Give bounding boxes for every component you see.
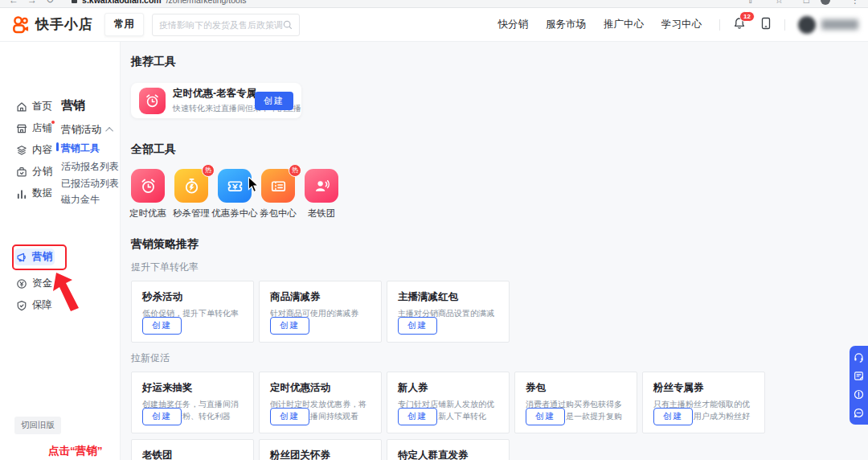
- strategy-card: 券包 消费者通过购买券包获得多张优惠券，是一款提升复购率和GMV的营销工具 创建: [514, 372, 637, 433]
- recommended-tool-name: 定时优惠-老客专属: [173, 87, 255, 101]
- annotation-arrow: [51, 273, 85, 313]
- nav-promotion-center[interactable]: 推广中心: [604, 18, 644, 31]
- floating-service-bar: [850, 346, 868, 425]
- strategy-card: 粉丝团关怀券 粉丝团成员的专属优惠券 创建: [259, 439, 382, 460]
- active-indicator-bar: [56, 142, 59, 151]
- browser-share-icon[interactable]: ⇧: [747, 0, 755, 6]
- submenu-item-activity-signup[interactable]: 活动报名列表: [61, 160, 119, 174]
- section-title-recommended: 推荐工具: [131, 55, 868, 69]
- section-title-strategy: 营销策略推荐: [131, 237, 868, 252]
- nav-service-market[interactable]: 服务市场: [546, 18, 586, 31]
- mobile-app-button[interactable]: [760, 17, 772, 33]
- marketing-icon: [16, 252, 27, 263]
- divider: [719, 19, 720, 31]
- sidebar-item-label: 分销: [32, 165, 52, 179]
- account-name-blurred[interactable]: [821, 19, 858, 30]
- chat-icon[interactable]: [854, 408, 864, 418]
- tool-label: 定时优惠: [129, 207, 166, 220]
- sidebar-item-marketing[interactable]: 营销: [14, 248, 55, 265]
- card-title: 券包: [526, 381, 626, 395]
- feedback-form-icon[interactable]: [854, 371, 864, 381]
- card-title: 秒杀活动: [142, 290, 243, 304]
- create-button[interactable]: 创建: [398, 408, 437, 425]
- notifications-button[interactable]: 12: [733, 17, 746, 33]
- browser-chrome: ← → ↻ s.kwaixiaodian.com/zone/marketing/…: [0, 0, 868, 8]
- main-content: 推荐工具 定时优惠-老客专属 快速转化来过直播间但未下单的主播 创建 全部工具 …: [121, 42, 868, 460]
- create-button[interactable]: 创建: [255, 92, 293, 110]
- submenu-item-label: 已报活动列表: [61, 178, 119, 189]
- card-title: 粉丝团关怀券: [270, 449, 371, 460]
- home-icon: [16, 101, 27, 113]
- nav-learning-center[interactable]: 学习中心: [661, 18, 702, 31]
- create-button[interactable]: 创建: [142, 408, 182, 425]
- sidebar-item-home[interactable]: 首页: [14, 98, 55, 115]
- create-button[interactable]: 创建: [270, 408, 309, 425]
- sidebar-item-content[interactable]: 内容: [14, 142, 55, 158]
- search-input[interactable]: [159, 20, 283, 30]
- hot-badge: 热: [202, 164, 215, 177]
- browser-menu-icon[interactable]: ⋮: [850, 0, 860, 6]
- hot-badge: 热: [289, 164, 301, 177]
- sidebar-item-distribution[interactable]: 分销: [14, 163, 55, 180]
- content-icon: [16, 145, 27, 156]
- sidebar-item-funds[interactable]: 资金: [14, 275, 55, 292]
- create-button[interactable]: 创建: [526, 408, 565, 425]
- tools-row: 定时优惠 热 秒杀管理 优惠券中心 热 券包中心: [131, 169, 868, 220]
- nav-kuaifenxiao[interactable]: 快分销: [498, 18, 529, 31]
- tool-label: 老铁团: [308, 207, 336, 220]
- site-header: 快手小店 常用 快分销 服务市场 推广中心 学习中心 12: [0, 8, 868, 42]
- sidebar-item-shop[interactable]: 店铺: [14, 120, 55, 137]
- url-bar[interactable]: s.kwaixiaodian.com/zone/marketing/tools: [72, 0, 246, 5]
- lock-icon: [72, 0, 77, 3]
- browser-profile-icon[interactable]: [821, 0, 830, 5]
- browser-back-icon[interactable]: ←: [9, 0, 18, 6]
- card-title: 新人券: [398, 381, 498, 395]
- browser-reload-icon[interactable]: ↻: [46, 0, 54, 6]
- switch-old-version-button[interactable]: 切回旧版: [14, 417, 61, 434]
- coupon-yuan-icon: [218, 169, 252, 203]
- url-domain: s.kwaixiaodian.com: [82, 0, 162, 5]
- sidebar-item-label: 数据: [32, 187, 52, 200]
- screen: ← → ↻ s.kwaixiaodian.com/zone/marketing/…: [0, 0, 868, 460]
- notification-badge: 12: [739, 11, 755, 22]
- headset-icon[interactable]: [854, 352, 864, 363]
- browser-extension-icon[interactable]: □: [804, 0, 809, 6]
- tool-label: 优惠券中心: [211, 207, 258, 220]
- alarm-clock-icon: [131, 169, 165, 203]
- kuaishou-logo[interactable]: 快手小店: [11, 15, 93, 34]
- sidebar-item-label: 保障: [32, 298, 52, 312]
- card-title: 粉丝专属券: [653, 381, 754, 395]
- submenu-item-marketing-tools[interactable]: 营销工具: [61, 142, 100, 155]
- submenu-item-signed-activities[interactable]: 已报活动列表: [61, 177, 119, 191]
- browser-forward-icon[interactable]: →: [27, 0, 37, 6]
- funds-icon: [16, 278, 27, 290]
- info-icon[interactable]: [854, 389, 864, 400]
- create-button[interactable]: 创建: [142, 317, 182, 335]
- submenu-item-magnetic-taurus[interactable]: 磁力金牛: [61, 193, 100, 207]
- create-button[interactable]: 创建: [398, 317, 437, 335]
- bookmark-star-icon[interactable]: ☆: [775, 0, 784, 6]
- sidebar-item-data[interactable]: 数据: [14, 185, 55, 202]
- strategy-card: 定时优惠活动 倒计时定时发放优惠券，将用户留在直播间持续观看 创建: [259, 372, 382, 433]
- submenu-group-marketing-activity[interactable]: 营销活动: [61, 123, 113, 137]
- avatar[interactable]: [798, 16, 816, 34]
- submenu-group-label: 营销活动: [61, 123, 101, 137]
- card-title: 定时优惠活动: [270, 381, 371, 395]
- strategy-card: 新人券 专门针对店铺新人发放的优惠券，促使新人下单转化 创建: [387, 372, 510, 433]
- tool-seckill-management[interactable]: 热 秒杀管理: [174, 169, 208, 220]
- annotation-text: 点击“营销”: [48, 444, 103, 458]
- tool-label: 券包中心: [260, 207, 297, 220]
- section-title-all-tools: 全部工具: [131, 142, 868, 157]
- create-button[interactable]: 创建: [270, 317, 309, 335]
- tool-laotie-group[interactable]: 老铁团: [305, 169, 338, 220]
- tab-common[interactable]: 常用: [104, 13, 144, 36]
- sidebar-item-label: 内容: [32, 143, 52, 157]
- strategy-card: 秒杀活动 低价促销，提升下单转化率 创建: [131, 281, 254, 343]
- tool-coupon-pack-center[interactable]: 热 券包中心: [261, 169, 295, 220]
- header-search[interactable]: [152, 14, 300, 36]
- submenu-item-label: 磁力金牛: [61, 194, 100, 205]
- create-button[interactable]: 创建: [653, 408, 693, 425]
- sidebar-item-protection[interactable]: 保障: [14, 297, 55, 314]
- tool-timed-discount[interactable]: 定时优惠: [131, 169, 165, 220]
- tool-coupon-center[interactable]: 优惠券中心: [218, 169, 252, 220]
